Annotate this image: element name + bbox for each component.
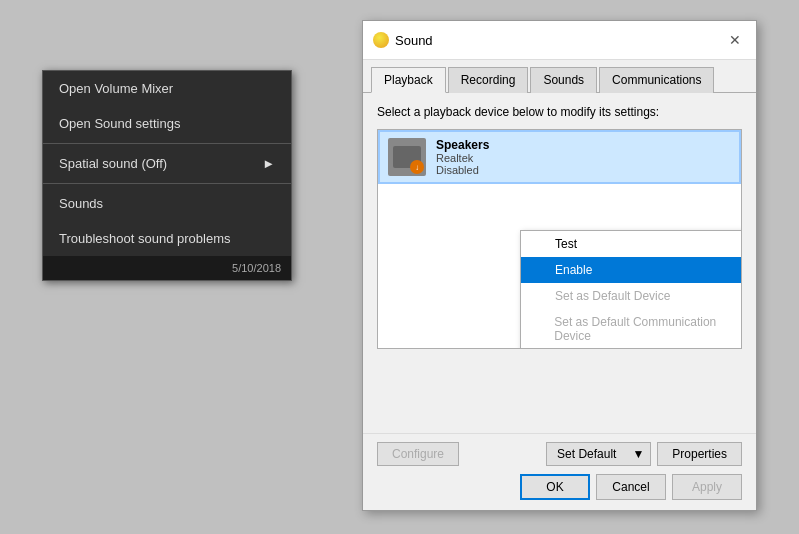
device-name: Speakers [436,138,731,152]
device-driver: Realtek [436,152,731,164]
device-status: Disabled [436,164,731,176]
ok-button[interactable]: OK [520,474,590,500]
dialog-tabs: Playback Recording Sounds Communications [363,60,756,93]
apply-button[interactable]: Apply [672,474,742,500]
taskbar-date: 5/10/2018 [43,256,291,280]
desktop: Open Volume Mixer Open Sound settings Sp… [0,0,799,534]
menu-item-troubleshoot[interactable]: Troubleshoot sound problems [43,221,291,256]
dcm-test[interactable]: Test [521,231,742,257]
titlebar-left: Sound [373,32,433,48]
taskbar-context-menu: Open Volume Mixer Open Sound settings Sp… [42,70,292,281]
device-status-badge: ↓ [410,160,424,174]
cancel-button[interactable]: Cancel [596,474,666,500]
menu-item-sounds[interactable]: Sounds [43,186,291,221]
dialog-instruction: Select a playback device below to modify… [377,105,742,119]
dcm-enable[interactable]: Enable [521,257,742,283]
set-default-arrow[interactable]: ▼ [626,443,650,465]
sound-dialog-icon [373,32,389,48]
properties-button[interactable]: Properties [657,442,742,466]
tab-recording[interactable]: Recording [448,67,529,93]
bottom-row1: Configure Set Default ▼ Properties [377,442,742,466]
device-item-speakers[interactable]: ↓ Speakers Realtek Disabled [378,130,741,184]
tab-sounds[interactable]: Sounds [530,67,597,93]
bottom-row2: OK Cancel Apply [377,474,742,500]
menu-item-open-sound-settings[interactable]: Open Sound settings [43,106,291,141]
dcm-set-default: Set as Default Device [521,283,742,309]
menu-separator-1 [43,143,291,144]
menu-item-spatial-sound[interactable]: Spatial sound (Off) ► [43,146,291,181]
set-default-split: Set Default ▼ [546,442,651,466]
dialog-bottom: Configure Set Default ▼ Properties OK [363,433,756,510]
device-icon: ↓ [388,138,426,176]
dialog-body: Select a playback device below to modify… [363,93,756,433]
set-default-button[interactable]: Set Default [547,443,626,465]
configure-button[interactable]: Configure [377,442,459,466]
device-info: Speakers Realtek Disabled [436,138,731,176]
arrow-icon: ► [262,156,275,171]
tab-playback[interactable]: Playback [371,67,446,93]
menu-item-open-volume-mixer[interactable]: Open Volume Mixer [43,71,291,106]
tab-communications[interactable]: Communications [599,67,714,93]
menu-separator-2 [43,183,291,184]
sound-dialog: Sound ✕ Playback Recording Sounds Commun… [362,20,757,511]
dialog-title: Sound [395,33,433,48]
device-context-menu: Test Enable Set as Default Device Set as… [520,230,742,349]
dialog-close-button[interactable]: ✕ [724,29,746,51]
device-list[interactable]: ↓ Speakers Realtek Disabled Test [377,129,742,349]
dcm-set-default-comm: Set as Default Communication Device [521,309,742,349]
dialog-titlebar: Sound ✕ [363,21,756,60]
